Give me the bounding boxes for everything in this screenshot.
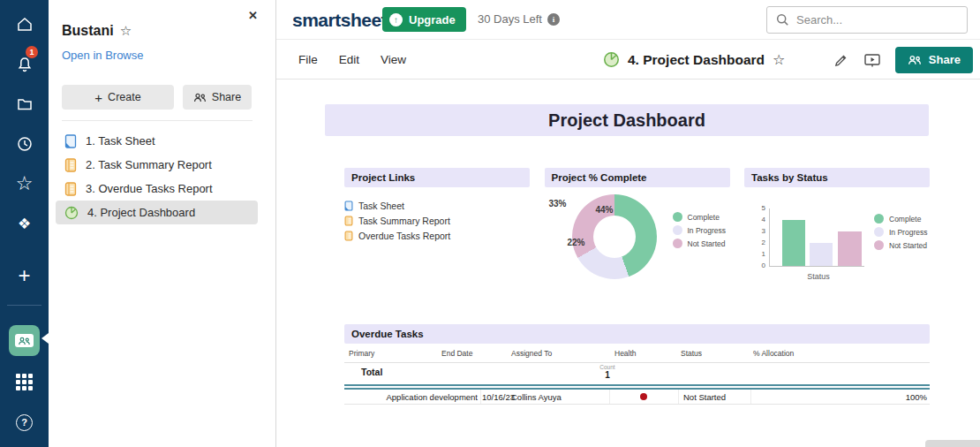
legend-dot: [673, 239, 682, 248]
info-icon[interactable]: i: [547, 13, 560, 26]
favorite-star-icon[interactable]: ☆: [773, 51, 785, 68]
health-red-dot-icon: [640, 393, 647, 400]
link-overdue-tasks-report[interactable]: Overdue Tasks Report: [344, 228, 530, 243]
close-icon[interactable]: ✕: [248, 9, 258, 22]
x-axis-label: Status: [771, 272, 866, 281]
donut-legend: Complete In Progress Not Started: [673, 210, 726, 250]
upgrade-button[interactable]: ↑ Upgrade: [382, 7, 466, 32]
percent-complete-widget: Project % Complete 44% 22% 33% Complete …: [545, 168, 730, 302]
legend-dot: [874, 214, 884, 224]
apps-grid-icon[interactable]: [0, 367, 49, 397]
dashboard-title: Project Dashboard: [548, 110, 705, 131]
create-plus-icon[interactable]: +: [0, 261, 49, 291]
menu-edit[interactable]: Edit: [339, 53, 359, 66]
dashboard-pie-icon: [64, 206, 79, 220]
search-input[interactable]: [796, 13, 958, 27]
recents-clock-icon[interactable]: [0, 129, 49, 159]
total-label: Total: [361, 367, 382, 377]
overdue-table: Primary End Date Assigned To Health Stat…: [344, 349, 930, 407]
overdue-tasks-widget: Overdue Tasks Primary End Date Assigned …: [344, 324, 930, 407]
col-end-date: End Date: [441, 349, 472, 358]
link-task-summary-report[interactable]: Task Summary Report: [344, 213, 530, 228]
share-button[interactable]: Share: [895, 47, 973, 73]
widget-title: Tasks by Status: [751, 172, 828, 183]
cell-assigned-to: Collins Ayuya: [511, 392, 562, 402]
header-rule: [344, 362, 930, 363]
cell-primary: Application development: [344, 392, 478, 402]
col-allocation: % Allocation: [753, 349, 794, 358]
donut-label-not-started: 33%: [549, 199, 567, 208]
legend-dot: [673, 225, 682, 235]
donut-label-complete: 44%: [596, 205, 614, 215]
bar-chart: 5 4 3 2 1 0: [769, 208, 864, 267]
sidebar-item-task-sheet[interactable]: 1. Task Sheet: [56, 129, 258, 153]
people-icon: [908, 55, 922, 65]
sidebar-item-overdue-tasks-report[interactable]: 3. Overdue Tasks Report: [56, 177, 258, 201]
sidebar-item-project-dashboard[interactable]: 4. Project Dashboard: [56, 201, 258, 224]
document-title: 4. Project Dashboard: [628, 52, 765, 68]
menu-file[interactable]: File: [298, 53, 318, 66]
dashboard-title-banner: Project Dashboard: [325, 104, 929, 136]
table-row[interactable]: Application development 10/16/23 Collins…: [344, 390, 930, 405]
sheet-icon: [344, 201, 353, 211]
favorite-star-icon[interactable]: ☆: [120, 23, 132, 39]
tasks-by-status-widget: Tasks by Status 5 4 3 2 1 0 Status Compl…: [744, 168, 930, 302]
rail-divider: [7, 305, 41, 306]
panel-share-button[interactable]: Share: [183, 85, 252, 110]
dashboard-canvas: Project Dashboard Project Links Task She…: [276, 80, 980, 447]
report-icon: [344, 216, 353, 226]
report-icon: [64, 158, 77, 172]
widget-title: Overdue Tasks: [351, 329, 424, 339]
donut-label-in-progress: 22%: [568, 238, 585, 247]
search-box[interactable]: [766, 6, 968, 34]
create-button[interactable]: + Create: [62, 85, 174, 110]
main-area: smartsheet ↑ Upgrade 30 Days Left i File…: [276, 0, 980, 447]
favorites-star-icon[interactable]: ☆: [0, 169, 49, 199]
notification-badge: 1: [26, 46, 38, 58]
bar-complete: [782, 220, 805, 266]
workspace-people-icon: [15, 334, 34, 347]
notifications-bell-icon[interactable]: 1: [0, 49, 49, 80]
widget-title: Project % Complete: [552, 172, 647, 183]
widget-title: Project Links: [351, 172, 415, 183]
cell-allocation: 100%: [906, 392, 927, 402]
workspace-panel: ✕ Bustani ☆ Open in Browse + Create Shar…: [49, 0, 276, 447]
trial-days-left: 30 Days Left: [478, 12, 542, 26]
report-icon: [344, 231, 353, 241]
sidebar-item-task-summary-report[interactable]: 2. Task Summary Report: [56, 153, 258, 177]
home-icon[interactable]: [0, 10, 49, 40]
search-icon: [776, 13, 789, 27]
cell-end-date: 10/16/23: [482, 392, 515, 402]
workspace-item-list: 1. Task Sheet 2. Task Summary Report 3. …: [56, 129, 258, 224]
help-icon[interactable]: ?: [0, 407, 49, 437]
sheet-icon: [64, 134, 77, 148]
col-primary: Primary: [349, 349, 374, 358]
bar-in-progress: [810, 243, 833, 266]
dashboard-pie-icon: [603, 51, 620, 68]
workspace-title: Bustani: [62, 23, 114, 39]
cell-status: Not Started: [683, 392, 726, 402]
project-links-widget: Project Links Task Sheet Task Summary Re…: [344, 168, 530, 302]
count-rollup: Count 1: [584, 364, 630, 380]
solution-center-icon[interactable]: ❖: [0, 208, 49, 239]
panel-attach-notch: [41, 333, 49, 344]
present-mode-icon[interactable]: [863, 52, 881, 68]
legend-dot: [673, 212, 682, 222]
upgrade-arrow-icon: ↑: [389, 13, 403, 27]
workspace-button-active[interactable]: [9, 325, 40, 356]
open-in-browse-link[interactable]: Open in Browse: [62, 49, 144, 62]
menu-view[interactable]: View: [381, 53, 406, 66]
col-health: Health: [614, 349, 637, 358]
edit-pencil-icon[interactable]: [833, 52, 849, 68]
top-bar: smartsheet ↑ Upgrade 30 Days Left i: [276, 0, 980, 40]
menu-bar: File Edit View 4. Project Dashboard ☆ Sh…: [276, 40, 980, 80]
panel-divider: [62, 120, 253, 121]
link-task-sheet[interactable]: Task Sheet: [344, 198, 530, 213]
col-status: Status: [681, 349, 702, 358]
report-icon: [64, 182, 77, 196]
legend-dot: [874, 240, 884, 250]
folders-icon[interactable]: [0, 89, 49, 119]
scrollbar-corner[interactable]: [925, 440, 980, 447]
bar-not-started: [838, 231, 862, 266]
bar-legend: Complete In Progress Not Started: [874, 212, 927, 252]
